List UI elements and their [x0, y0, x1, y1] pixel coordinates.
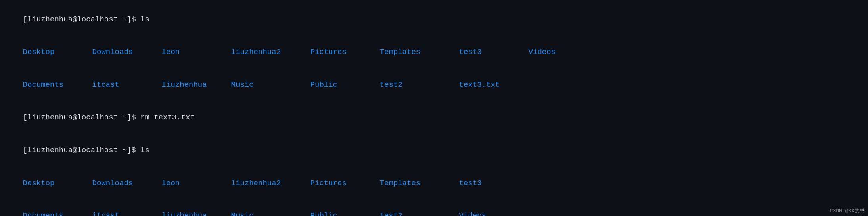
dir-test2-1: test2	[380, 80, 459, 91]
line-3: [liuzhenhua@localhost ~]$ ls	[5, 134, 863, 167]
dir-documents-2: Documents	[23, 210, 92, 216]
watermark: CSDN @KK的书	[830, 207, 865, 214]
dir-public-2: Public	[310, 210, 380, 216]
dir-videos-1: Videos	[529, 47, 598, 58]
dir-downloads-2: Downloads	[92, 178, 162, 189]
dir-videos-2: Videos	[459, 210, 529, 216]
dir-downloads-1: Downloads	[92, 47, 162, 58]
dir-public-1: Public	[310, 80, 380, 91]
dir-desktop-2: Desktop	[23, 178, 92, 189]
dir-leon-1: leon	[162, 47, 231, 58]
ls-row2-1: DocumentsitcastliuzhenhuaMusicPublictest…	[5, 69, 863, 101]
dir-liuzhenhua-2: liuzhenhua	[162, 210, 231, 216]
dir-templates-2: Templates	[380, 178, 459, 189]
dir-pictures-1: Pictures	[310, 47, 380, 58]
line-1: [liuzhenhua@localhost ~]$ ls	[5, 3, 863, 36]
ls-row1-1: DesktopDownloadsleonliuzhenhua2PicturesT…	[5, 36, 863, 69]
dir-documents-1: Documents	[23, 80, 92, 91]
dir-liuzhenhua-1: liuzhenhua	[162, 80, 231, 91]
line-2: [liuzhenhua@localhost ~]$ rm text3.txt	[5, 101, 863, 134]
dir-pictures-2: Pictures	[310, 178, 380, 189]
dir-music-2: Music	[231, 210, 310, 216]
ls-row2-2: DocumentsitcastliuzhenhuaMusicPublictest…	[5, 200, 863, 216]
dir-music-1: Music	[231, 80, 310, 91]
dir-desktop-1: Desktop	[23, 47, 92, 58]
dir-liuzhenhua2-1: liuzhenhua2	[231, 47, 310, 58]
ls-row1-2: DesktopDownloadsleonliuzhenhua2PicturesT…	[5, 167, 863, 200]
dir-test2-2: test2	[380, 210, 459, 216]
dir-test3-2: test3	[459, 178, 529, 189]
dir-leon-2: leon	[162, 178, 231, 189]
dir-text3txt-1: text3.txt	[459, 80, 529, 91]
prompt-3: [liuzhenhua@localhost ~]$ ls	[23, 146, 149, 155]
terminal: [liuzhenhua@localhost ~]$ ls DesktopDown…	[0, 0, 868, 216]
dir-templates-1: Templates	[380, 47, 459, 58]
dir-test3-1: test3	[459, 47, 529, 58]
dir-itcast-1: itcast	[92, 80, 162, 91]
dir-itcast-2: itcast	[92, 210, 162, 216]
prompt-1: [liuzhenhua@localhost ~]$ ls	[23, 15, 149, 24]
prompt-2: [liuzhenhua@localhost ~]$ rm text3.txt	[23, 113, 195, 122]
dir-liuzhenhua2-2: liuzhenhua2	[231, 178, 310, 189]
